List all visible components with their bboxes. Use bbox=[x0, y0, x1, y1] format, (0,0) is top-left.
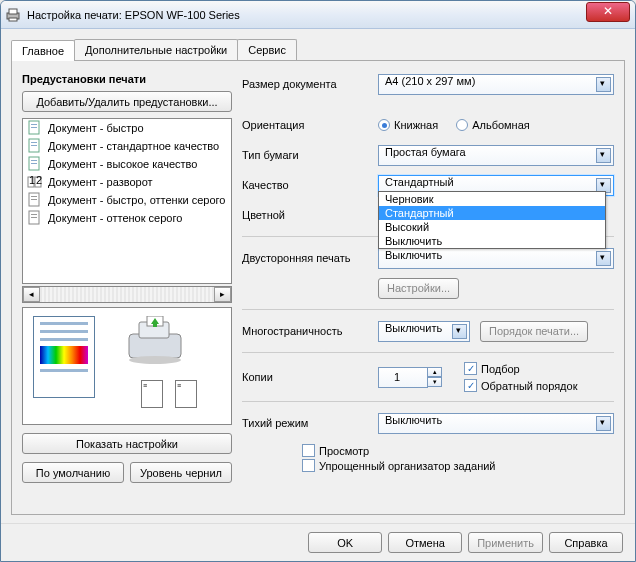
doc-size-select[interactable]: A4 (210 x 297 мм) bbox=[378, 74, 614, 95]
orientation-landscape-radio[interactable]: Альбомная bbox=[456, 119, 530, 131]
chevron-down-icon bbox=[596, 77, 611, 92]
check-icon bbox=[302, 444, 315, 457]
divider bbox=[242, 352, 614, 353]
paper-type-select[interactable]: Простая бумага bbox=[378, 145, 614, 166]
quality-value: Стандартный bbox=[385, 176, 454, 188]
svg-rect-2 bbox=[9, 18, 17, 21]
svg-rect-5 bbox=[31, 127, 37, 128]
radio-icon bbox=[456, 119, 468, 131]
ok-button[interactable]: OK bbox=[308, 532, 382, 553]
quality-label: Качество bbox=[242, 179, 378, 191]
scroll-right-arrow[interactable]: ▸ bbox=[214, 287, 231, 302]
presets-title: Предустановки печати bbox=[22, 73, 232, 85]
cancel-button[interactable]: Отмена bbox=[388, 532, 462, 553]
job-arranger-checkbox[interactable]: Упрощенный организатор заданий bbox=[302, 459, 614, 472]
check-icon bbox=[464, 362, 477, 375]
multipage-label: Многостраничность bbox=[242, 325, 378, 337]
reverse-checkbox[interactable]: Обратный порядок bbox=[464, 379, 577, 392]
chevron-down-icon bbox=[596, 148, 611, 163]
check-icon bbox=[464, 379, 477, 392]
svg-rect-21 bbox=[31, 217, 37, 218]
preset-item[interactable]: Документ - высокое качество bbox=[23, 155, 231, 173]
window-title: Настройка печати: EPSON WF-100 Series bbox=[27, 9, 631, 21]
tab-main[interactable]: Главное bbox=[11, 40, 75, 61]
scroll-left-arrow[interactable]: ◂ bbox=[23, 287, 40, 302]
spinner-up-icon[interactable]: ▴ bbox=[427, 367, 442, 377]
page-order-button[interactable]: Порядок печати... bbox=[480, 321, 588, 342]
preset-item[interactable]: Документ - стандартное качество bbox=[23, 137, 231, 155]
svg-rect-1 bbox=[9, 9, 17, 14]
help-button[interactable]: Справка bbox=[549, 532, 623, 553]
apply-button[interactable]: Применить bbox=[468, 532, 543, 553]
preset-item[interactable]: Документ - быстро, оттенки серого bbox=[23, 191, 231, 209]
preset-hscrollbar[interactable]: ◂ ▸ bbox=[22, 286, 232, 303]
preview-pane: ≡ ≡ bbox=[22, 307, 232, 425]
preview-printer-icon bbox=[123, 316, 193, 366]
preset-label: Документ - оттенок серого bbox=[48, 212, 182, 224]
svg-rect-7 bbox=[31, 142, 37, 143]
copies-input[interactable] bbox=[378, 367, 428, 388]
preset-label: Документ - разворот bbox=[48, 176, 153, 188]
divider bbox=[242, 401, 614, 402]
multipage-value: Выключить bbox=[385, 322, 442, 334]
svg-text:1: 1 bbox=[29, 174, 35, 186]
doc-size-value: A4 (210 x 297 мм) bbox=[385, 75, 475, 87]
paper-type-value: Простая бумага bbox=[385, 146, 466, 158]
svg-rect-20 bbox=[31, 214, 37, 215]
quality-option[interactable]: Черновик bbox=[379, 192, 605, 206]
quiet-value: Выключить bbox=[385, 414, 442, 426]
duplex-value: Выключить bbox=[385, 249, 442, 261]
landscape-label: Альбомная bbox=[472, 119, 530, 131]
close-button[interactable]: ✕ bbox=[586, 2, 630, 22]
svg-rect-10 bbox=[31, 160, 37, 161]
quality-option[interactable]: Высокий bbox=[379, 220, 605, 234]
preset-list[interactable]: Документ - быстро Документ - стандартное… bbox=[22, 118, 232, 284]
duplex-select[interactable]: Выключить bbox=[378, 248, 614, 269]
reverse-label: Обратный порядок bbox=[481, 380, 577, 392]
tab-advanced[interactable]: Дополнительные настройки bbox=[74, 39, 238, 60]
quality-option[interactable]: Стандартный bbox=[379, 206, 605, 220]
orientation-label: Ориентация bbox=[242, 119, 378, 131]
doc-icon bbox=[27, 120, 43, 136]
svg-text:2: 2 bbox=[36, 174, 42, 186]
add-remove-presets-button[interactable]: Добавить/Удалить предустановки... bbox=[22, 91, 232, 112]
collate-label: Подбор bbox=[481, 363, 520, 375]
quality-dropdown[interactable]: Черновик Стандартный Высокий Выключить bbox=[378, 191, 606, 249]
ink-levels-button[interactable]: Уровень чернил bbox=[130, 462, 232, 483]
chevron-down-icon bbox=[596, 416, 611, 431]
duplex-label: Двусторонняя печать bbox=[242, 252, 378, 264]
defaults-button[interactable]: По умолчанию bbox=[22, 462, 124, 483]
svg-rect-8 bbox=[31, 145, 37, 146]
svg-point-27 bbox=[129, 356, 181, 364]
preview-checkbox[interactable]: Просмотр bbox=[302, 444, 614, 457]
preset-item[interactable]: Документ - быстро bbox=[23, 119, 231, 137]
quiet-label: Тихий режим bbox=[242, 417, 378, 429]
doc-gray-icon bbox=[27, 192, 43, 208]
printer-icon bbox=[5, 7, 21, 23]
preset-label: Документ - быстро, оттенки серого bbox=[48, 194, 225, 206]
collate-checkbox[interactable]: Подбор bbox=[464, 362, 577, 375]
quiet-select[interactable]: Выключить bbox=[378, 413, 614, 434]
preset-item[interactable]: 12Документ - разворот bbox=[23, 173, 231, 191]
preset-label: Документ - стандартное качество bbox=[48, 140, 219, 152]
quality-option[interactable]: Выключить bbox=[379, 234, 605, 248]
job-arranger-label: Упрощенный организатор заданий bbox=[319, 460, 496, 472]
preview-reverse-icon: ≡ bbox=[175, 380, 197, 408]
orientation-portrait-radio[interactable]: Книжная bbox=[378, 119, 438, 131]
tab-service[interactable]: Сервис bbox=[237, 39, 297, 60]
duplex-settings-button[interactable]: Настройки... bbox=[378, 278, 459, 299]
doc-icon bbox=[27, 156, 43, 172]
check-icon bbox=[302, 459, 315, 472]
preset-label: Документ - высокое качество bbox=[48, 158, 197, 170]
copies-spinner[interactable]: ▴▾ bbox=[427, 367, 442, 387]
multipage-select[interactable]: Выключить bbox=[378, 321, 470, 342]
doc-icon bbox=[27, 138, 43, 154]
preset-label: Документ - быстро bbox=[48, 122, 144, 134]
preview-label: Просмотр bbox=[319, 445, 369, 457]
spinner-down-icon[interactable]: ▾ bbox=[427, 377, 442, 387]
color-label: Цветной bbox=[242, 209, 378, 221]
scroll-track[interactable] bbox=[40, 287, 214, 302]
preview-page-icon bbox=[33, 316, 95, 398]
preset-item[interactable]: Документ - оттенок серого bbox=[23, 209, 231, 227]
show-settings-button[interactable]: Показать настройки bbox=[22, 433, 232, 454]
